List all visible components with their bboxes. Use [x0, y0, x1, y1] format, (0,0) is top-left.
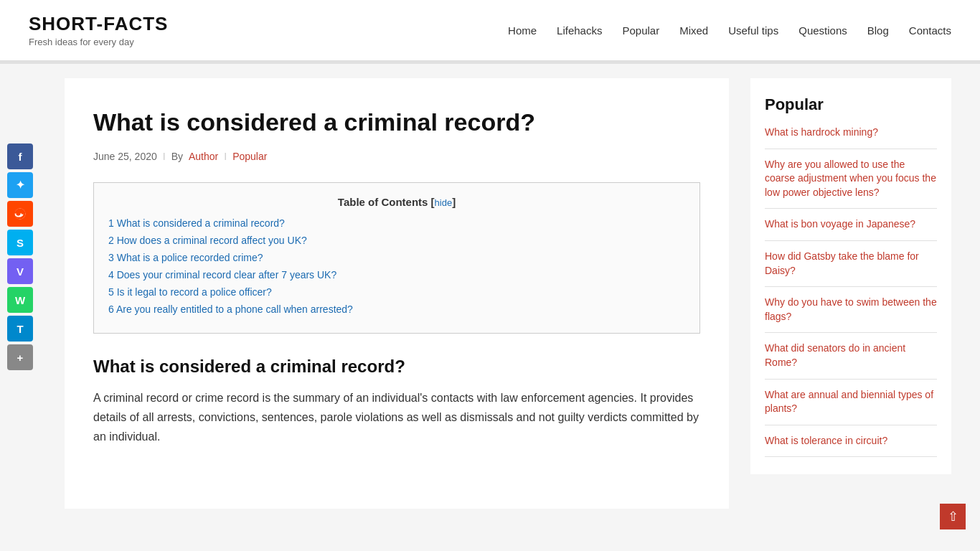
meta-by: By — [171, 151, 183, 162]
popular-item-3: What is bon voyage in Japanese? — [765, 209, 937, 241]
article-meta: June 25, 2020 I By Author I Popular — [93, 151, 700, 162]
section1-body: A criminal record or crime record is the… — [93, 388, 700, 447]
popular-item-2: Why are you allowed to use the coarse ad… — [765, 149, 937, 209]
sidebar-popular-section: Popular What is hardrock mining? Why are… — [750, 78, 951, 474]
toc-item-6: 6 Are you really entitled to a phone cal… — [108, 303, 685, 316]
nav-useful-tips[interactable]: Useful tips — [728, 24, 778, 37]
toc-title: Table of Contents [hide] — [108, 196, 685, 208]
toc-item-1: 1 What is considered a criminal record? — [108, 217, 685, 230]
article-category[interactable]: Popular — [232, 151, 267, 162]
toc-item-4: 4 Does your criminal record clear after … — [108, 268, 685, 281]
popular-link-6[interactable]: What did senators do in ancient Rome? — [765, 342, 905, 368]
nav-mixed[interactable]: Mixed — [679, 24, 708, 37]
nav-popular[interactable]: Popular — [622, 24, 659, 37]
social-share-button[interactable]: + — [7, 344, 33, 370]
sidebar: Popular What is hardrock mining? Why are… — [750, 78, 951, 509]
site-header: SHORT-FACTS Fresh ideas for every day Ho… — [0, 0, 980, 61]
toc-link-2[interactable]: 2 How does a criminal record affect you … — [108, 235, 307, 246]
popular-item-8: What is tolerance in circuit? — [765, 425, 937, 458]
social-reddit-button[interactable] — [7, 201, 33, 227]
social-viber-button[interactable]: V — [7, 258, 33, 284]
popular-link-8[interactable]: What is tolerance in circuit? — [765, 435, 887, 446]
toc-link-4[interactable]: 4 Does your criminal record clear after … — [108, 269, 336, 281]
popular-link-7[interactable]: What are annual and biennial types of pl… — [765, 389, 933, 415]
meta-separator-2: I — [224, 151, 227, 162]
toc-link-5[interactable]: 5 Is it legal to record a police officer… — [108, 286, 272, 298]
toc-hide-link[interactable]: hide — [435, 197, 453, 208]
social-skype-button[interactable]: S — [7, 230, 33, 255]
popular-item-6: What did senators do in ancient Rome? — [765, 333, 937, 379]
site-title[interactable]: SHORT-FACTS — [29, 13, 168, 35]
nav-blog[interactable]: Blog — [867, 24, 889, 37]
popular-item-7: What are annual and biennial types of pl… — [765, 380, 937, 425]
popular-link-3[interactable]: What is bon voyage in Japanese? — [765, 218, 915, 230]
popular-link-2[interactable]: Why are you allowed to use the coarse ad… — [765, 159, 936, 198]
section1-title: What is considered a criminal record? — [93, 357, 700, 377]
article-title: What is considered a criminal record? — [93, 107, 700, 138]
popular-item-1: What is hardrock mining? — [765, 126, 937, 149]
nav-home[interactable]: Home — [508, 24, 537, 37]
toc-link-6[interactable]: 6 Are you really entitled to a phone cal… — [108, 303, 353, 315]
social-twitter-button[interactable]: ✦ — [7, 172, 33, 198]
main-nav: Home Lifehacks Popular Mixed Useful tips… — [508, 24, 951, 37]
social-whatsapp-button[interactable]: W — [7, 287, 33, 313]
popular-item-4: How did Gatsby take the blame for Daisy? — [765, 241, 937, 287]
toc-item-3: 3 What is a police recorded crime? — [108, 251, 685, 264]
popular-link-5[interactable]: Why do you have to swim between the flag… — [765, 296, 937, 322]
nav-questions[interactable]: Questions — [798, 24, 847, 37]
scroll-to-top-button[interactable]: ⇧ — [940, 504, 966, 523]
article-author[interactable]: Author — [189, 151, 218, 162]
popular-list: What is hardrock mining? Why are you all… — [765, 126, 937, 457]
toc-item-2: 2 How does a criminal record affect you … — [108, 234, 685, 247]
social-telegram-button[interactable]: T — [7, 316, 33, 342]
popular-item-5: Why do you have to swim between the flag… — [765, 287, 937, 333]
toc-link-3[interactable]: 3 What is a police recorded crime? — [108, 252, 263, 263]
toc-item-5: 5 Is it legal to record a police officer… — [108, 286, 685, 298]
popular-link-1[interactable]: What is hardrock mining? — [765, 126, 878, 138]
nav-lifehacks[interactable]: Lifehacks — [557, 24, 602, 37]
toc-list: 1 What is considered a criminal record? … — [108, 217, 685, 316]
sidebar-popular-heading: Popular — [765, 95, 937, 114]
social-sidebar: f ✦ S V W T + — [7, 143, 33, 370]
main-content: What is considered a criminal record? Ju… — [65, 78, 729, 509]
site-tagline: Fresh ideas for every day — [29, 37, 168, 47]
table-of-contents: Table of Contents [hide] 1 What is consi… — [93, 182, 700, 334]
meta-separator-1: I — [163, 151, 166, 162]
page-wrapper: What is considered a criminal record? Ju… — [0, 64, 980, 523]
toc-link-1[interactable]: 1 What is considered a criminal record? — [108, 217, 285, 229]
social-facebook-button[interactable]: f — [7, 143, 33, 169]
popular-link-4[interactable]: How did Gatsby take the blame for Daisy? — [765, 250, 919, 276]
site-branding: SHORT-FACTS Fresh ideas for every day — [29, 13, 168, 47]
nav-contacts[interactable]: Contacts — [909, 24, 951, 37]
article-date: June 25, 2020 — [93, 151, 157, 162]
